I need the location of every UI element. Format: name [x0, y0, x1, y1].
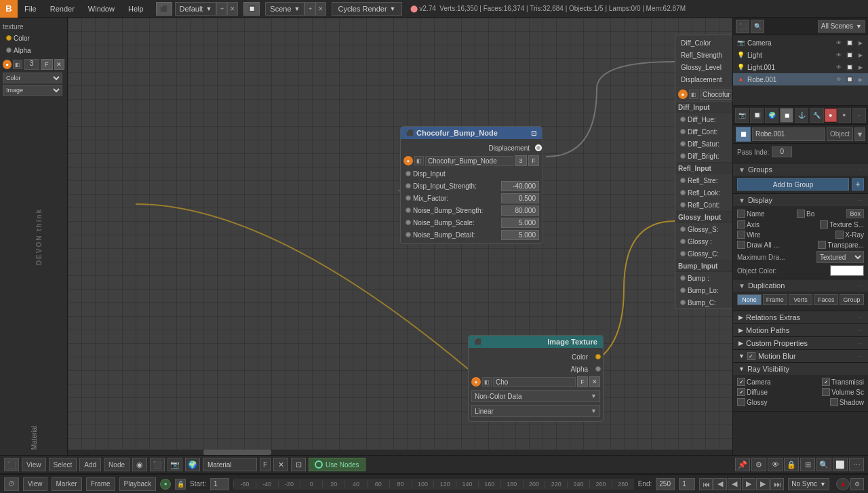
groups-header[interactable]: ▼ Groups ··· — [733, 163, 868, 176]
menu-file[interactable]: File — [18, 0, 43, 17]
props-btn-particles[interactable]: · — [852, 108, 866, 123]
timeline-type-icon[interactable]: ⏱ — [4, 477, 19, 491]
node-type-btn[interactable]: ◧ — [13, 60, 22, 69]
timeline-frame-btn[interactable]: Frame — [86, 477, 115, 491]
scene-selector[interactable]: Scene ▼ — [265, 2, 304, 16]
robe001-vis-eye[interactable]: 👁 — [834, 75, 844, 84]
camera-vis-cb[interactable] — [737, 378, 745, 386]
scrollbar-thumb[interactable] — [203, 450, 271, 455]
props-btn-constraint[interactable]: ⚓ — [795, 108, 808, 123]
noise-bump-str-val[interactable]: 80.000 — [501, 205, 539, 216]
end-input[interactable]: 250 — [656, 478, 675, 490]
dup-group-btn[interactable]: Group — [840, 294, 864, 305]
jump-end-btn[interactable]: ⏭ — [770, 478, 784, 490]
camera-arrow[interactable]: ▶ — [856, 38, 865, 47]
light001-arrow[interactable]: ▶ — [856, 62, 865, 72]
ne-mat-selector[interactable]: Material — [203, 458, 257, 471]
display-header[interactable]: ▼ Display ··· — [733, 194, 868, 206]
texs-cb[interactable] — [820, 220, 828, 229]
bump-flag[interactable]: F — [528, 155, 539, 166]
xray-cb[interactable] — [835, 231, 844, 239]
ne-view-icon[interactable]: 👁 — [768, 458, 783, 471]
camera-vis-render[interactable]: 🔲 — [845, 38, 854, 47]
render-engine-selector[interactable]: Cycles Render ▼ — [332, 2, 401, 16]
custom-props-header[interactable]: ▶ Custom Properties ··· — [733, 337, 868, 349]
camera-vis-eye[interactable]: 👁 — [834, 38, 844, 47]
play-reverse-btn[interactable]: ◀ — [728, 478, 741, 490]
ne-flag-btn[interactable]: F — [260, 458, 271, 471]
ne-expand-btn[interactable]: ⊡ — [291, 458, 306, 471]
mix-factor-val[interactable]: 0.500 — [501, 193, 539, 203]
bump-tex-name[interactable]: Chocofur_Bump_Node — [425, 156, 513, 166]
light001-vis-eye[interactable]: 👁 — [834, 62, 844, 72]
light001-vis-render[interactable]: 🔲 — [845, 62, 854, 72]
object-name-input[interactable]: Robe.001 — [752, 127, 825, 141]
next-frame-btn[interactable]: ▶ — [756, 478, 770, 490]
props-btn-scene[interactable]: 🔲 — [750, 108, 764, 123]
bump-node-resize[interactable]: ⊡ — [531, 130, 536, 137]
dup-frame-btn[interactable]: Frame — [763, 294, 787, 305]
scene-close-btn[interactable]: ✕ — [315, 2, 326, 16]
timeline-settings-btn[interactable]: ⚙ — [850, 478, 864, 490]
volumesc-vis-cb[interactable] — [822, 388, 830, 396]
add-to-group-btn[interactable]: Add to Group — [737, 178, 849, 191]
img-tex-name[interactable]: Cho — [493, 377, 576, 387]
ne-pin-icon[interactable]: 📌 — [735, 458, 750, 471]
play-btn[interactable]: ▶ — [742, 478, 755, 490]
light-vis-render[interactable]: 🔲 — [845, 50, 854, 60]
ne-frame-icon[interactable]: ⬜ — [833, 458, 848, 471]
props-btn-modifier[interactable]: 🔧 — [810, 108, 823, 123]
horizontal-scrollbar[interactable] — [68, 450, 732, 455]
axis-cb[interactable] — [737, 220, 745, 229]
pass-index-input[interactable]: 0 — [772, 146, 792, 157]
interpolation-selector[interactable]: Linear ▼ — [471, 405, 600, 417]
ne-material-icon[interactable]: ◉ — [132, 458, 147, 471]
workspace-selector[interactable]: Default ▼ — [175, 2, 217, 16]
chocofur-name[interactable]: Chocofur — [700, 90, 732, 100]
outliner-item-light001[interactable]: 💡 Light.001 👁 🔲 ▶ — [733, 61, 868, 73]
timeline-ruler[interactable]: -60 -40 -20 0 20 40 60 80 100 120 140 16… — [233, 479, 634, 490]
ne-node-btn[interactable]: Node — [104, 458, 130, 471]
noise-bump-scale-val[interactable]: 5.000 — [501, 218, 539, 228]
box-dropdown[interactable]: Box — [846, 209, 864, 218]
menu-render[interactable]: Render — [43, 0, 81, 17]
outliner-search-btn[interactable]: 🔍 — [751, 20, 764, 33]
outliner-item-robe001[interactable]: 🔺 Robe.001 👁 🔲 ▶ — [733, 73, 868, 85]
props-btn-material[interactable]: ● — [825, 109, 837, 122]
timeline-marker-btn[interactable]: Marker — [52, 477, 82, 491]
timeline-view-btn[interactable]: View — [23, 477, 47, 491]
ne-use-nodes-btn[interactable]: Use Nodes — [309, 458, 365, 471]
scene-add-btn[interactable]: + — [304, 2, 315, 16]
img-tex-collapse[interactable]: ⬛ — [474, 338, 481, 345]
editor-type-icon[interactable]: ⬛ — [156, 2, 172, 16]
disp-strength-val[interactable]: -40.000 — [501, 181, 539, 191]
transmissi-vis-cb[interactable] — [822, 378, 830, 386]
ne-close-btn[interactable]: ✕ — [273, 458, 288, 471]
image-type-dropdown[interactable]: Image — [3, 85, 62, 96]
props-btn-texture[interactable]: ✦ — [837, 108, 851, 123]
sync-dropdown[interactable]: No Sync ▼ — [788, 478, 829, 490]
current-frame-input[interactable]: 1 — [679, 478, 695, 490]
draw-type-dropdown[interactable]: Textured — [816, 251, 864, 263]
flag-btn[interactable]: F — [41, 59, 52, 70]
ne-zoom-icon[interactable]: 🔍 — [816, 458, 831, 471]
wire-cb[interactable] — [737, 231, 745, 239]
timeline-playback-btn[interactable]: Playback — [119, 477, 157, 491]
bo-cb[interactable] — [797, 210, 805, 218]
start-input[interactable]: 1 — [210, 478, 229, 490]
group-plus-btn[interactable]: + — [852, 178, 864, 191]
props-object-mode-btn[interactable]: ◼ — [736, 127, 751, 142]
ne-add-btn[interactable]: Add — [79, 458, 101, 471]
name-cb[interactable] — [737, 210, 745, 218]
bump-tex-icon[interactable]: ◧ — [414, 156, 424, 165]
outliner-item-camera[interactable]: 📷 Camera 👁 🔲 ▶ — [733, 37, 868, 49]
object-dropdown-btn[interactable]: Object — [827, 127, 853, 141]
ne-view-btn[interactable]: View — [22, 458, 46, 471]
motion-paths-header[interactable]: ▶ Motion Paths ··· — [733, 324, 868, 336]
ne-settings-icon[interactable]: ⚙ — [751, 458, 766, 471]
close-node-btn[interactable]: ✕ — [54, 59, 64, 70]
bump-num[interactable]: 3 — [515, 155, 527, 166]
light-vis-eye[interactable]: 👁 — [834, 50, 844, 60]
scene-type-icon[interactable]: 🔲 — [243, 2, 260, 16]
colorspace-selector[interactable]: Non-Color Data ▼ — [471, 390, 600, 402]
